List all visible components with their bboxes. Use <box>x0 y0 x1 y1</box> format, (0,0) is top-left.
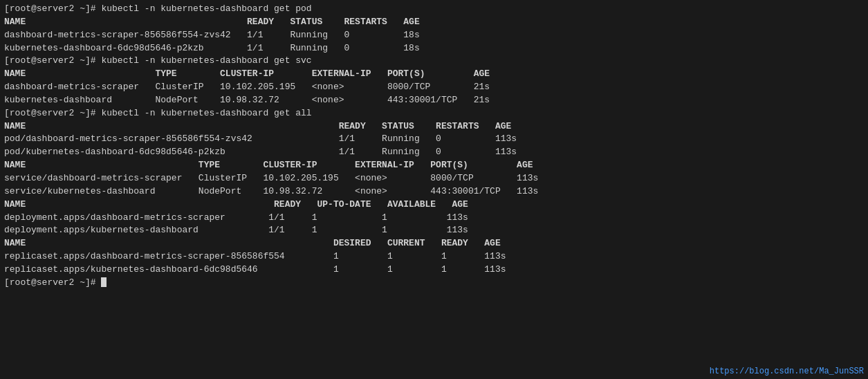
terminal-line: dashboard-metrics-scraper-856586f554-zvs… <box>4 29 864 42</box>
terminal-line: replicaset.apps/kubernetes-dashboard-6dc… <box>4 264 864 277</box>
terminal-line: deployment.apps/kubernetes-dashboard 1/1… <box>4 224 864 237</box>
terminal-line: deployment.apps/dashboard-metrics-scrape… <box>4 212 864 225</box>
terminal-line: NAME DESIRED CURRENT READY AGE <box>4 237 864 250</box>
watermark-link: https://blog.csdn.net/Ma_JunSSR <box>710 367 864 376</box>
terminal-line: [root@server2 ~]# kubectl -n kubernetes-… <box>4 3 864 16</box>
terminal-line: NAME TYPE CLUSTER-IP EXTERNAL-IP PORT(S)… <box>4 68 864 81</box>
terminal-line: service/kubernetes-dashboard NodePort 10… <box>4 185 864 198</box>
terminal-line: NAME READY STATUS RESTARTS AGE <box>4 16 864 29</box>
terminal-line: pod/dashboard-metrics-scraper-856586f554… <box>4 133 864 146</box>
terminal-line: NAME READY UP-TO-DATE AVAILABLE AGE <box>4 198 864 212</box>
terminal-line: NAME READY STATUS RESTARTS AGE <box>4 120 864 133</box>
terminal-window: [root@server2 ~]# kubectl -n kubernetes-… <box>0 0 868 293</box>
terminal-line: kubernetes-dashboard NodePort 10.98.32.7… <box>4 94 864 107</box>
terminal-line: [root@server2 ~]# kubectl -n kubernetes-… <box>4 107 864 120</box>
terminal-line: service/dashboard-metrics-scraper Cluste… <box>4 172 864 185</box>
terminal-line: replicaset.apps/dashboard-metrics-scrape… <box>4 250 864 264</box>
terminal-line: [root@server2 ~]# kubectl -n kubernetes-… <box>4 55 864 68</box>
terminal-line: kubernetes-dashboard-6dc98d5646-p2kzb 1/… <box>4 42 864 55</box>
terminal-line: [root@server2 ~]# <box>4 277 864 290</box>
terminal-line: dashboard-metrics-scraper ClusterIP 10.1… <box>4 81 864 94</box>
terminal-line: pod/kubernetes-dashboard-6dc98d5646-p2kz… <box>4 146 864 159</box>
terminal-cursor <box>101 277 107 287</box>
terminal-line: NAME TYPE CLUSTER-IP EXTERNAL-IP PORT(S)… <box>4 159 864 172</box>
